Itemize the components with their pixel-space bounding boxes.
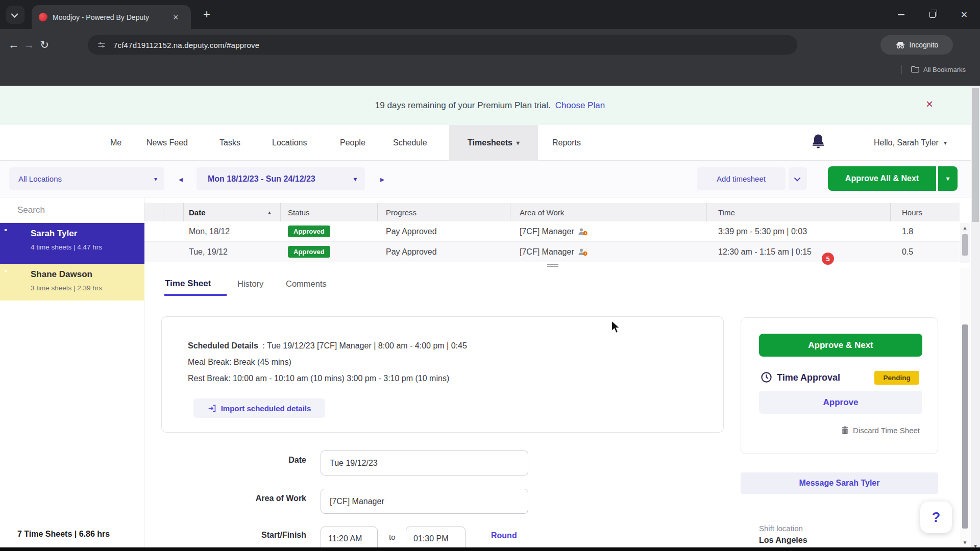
to-label: to bbox=[389, 533, 396, 541]
minimize-icon bbox=[898, 14, 904, 15]
employee-name: Shane Dawson bbox=[31, 269, 92, 280]
reload-button[interactable]: ↻ bbox=[37, 39, 52, 51]
timesheet-row-tue[interactable]: Tue, 19/12 Approved Pay Approved [7CF] M… bbox=[144, 242, 960, 262]
user-menu[interactable]: Hello, Sarah Tyler ▾ bbox=[874, 125, 947, 161]
choose-plan-link[interactable]: Choose Plan bbox=[555, 101, 605, 111]
new-tab-button[interactable]: + bbox=[203, 7, 210, 21]
tab-close-icon[interactable]: × bbox=[173, 13, 179, 22]
filters-toolbar: All Locations ▾ ◂ Mon 18/12/23 - Sun 24/… bbox=[0, 161, 980, 197]
row-area-of-work: [7CF] Manager bbox=[510, 242, 707, 262]
tab-history[interactable]: History bbox=[237, 273, 263, 294]
area-of-work-label: Area of Work bbox=[225, 494, 306, 503]
column-header-date[interactable]: Date ▲ bbox=[184, 203, 281, 221]
window-close-button[interactable]: × bbox=[948, 0, 980, 29]
help-button[interactable]: ? bbox=[920, 502, 952, 533]
clock-icon bbox=[761, 371, 772, 383]
employee-item-shane-dawson[interactable]: Shane Dawson 3 time sheets | 2.39 hrs bbox=[0, 264, 144, 300]
scroll-down-icon[interactable]: ▼ bbox=[960, 540, 970, 545]
prev-week-button[interactable]: ◂ bbox=[173, 171, 189, 187]
app-navbar: Me News Feed Tasks Locations People Sche… bbox=[0, 125, 980, 161]
employee-search-input[interactable]: Search bbox=[0, 197, 144, 223]
column-header-date-label: Date bbox=[189, 208, 206, 217]
import-icon bbox=[208, 404, 216, 413]
column-header-time[interactable]: Time bbox=[707, 203, 891, 221]
row-time: 3:39 pm - 5:30 pm | 0:03 bbox=[707, 221, 891, 241]
nav-item-timesheets[interactable]: Timesheets ▾ bbox=[449, 125, 538, 161]
all-bookmarks-button[interactable]: All Bookmarks bbox=[901, 65, 966, 74]
chevron-down-icon bbox=[11, 11, 18, 18]
approve-button[interactable]: Approve bbox=[759, 391, 922, 414]
incognito-label: Incognito bbox=[910, 41, 939, 49]
tab-search-button[interactable] bbox=[6, 6, 24, 24]
chevron-down-icon: ▾ bbox=[354, 176, 357, 183]
browser-scrollbar[interactable]: ▼ bbox=[971, 86, 980, 551]
notifications-bell-icon[interactable] bbox=[811, 133, 826, 149]
column-header-progress[interactable]: Progress bbox=[378, 203, 510, 221]
message-employee-label: Message Sarah Tyler bbox=[799, 479, 879, 488]
date-field-label: Date bbox=[225, 456, 306, 465]
pane-splitter-handle[interactable] bbox=[547, 264, 558, 267]
message-employee-button[interactable]: Message Sarah Tyler bbox=[741, 472, 938, 494]
approve-and-next-button[interactable]: Approve & Next bbox=[759, 334, 922, 357]
site-favicon-icon bbox=[39, 13, 47, 21]
nav-item-schedule[interactable]: Schedule bbox=[393, 125, 427, 161]
window-minimize-button[interactable] bbox=[885, 0, 917, 29]
url-text: 7cf47d19112152.na.deputy.com/#approve bbox=[113, 41, 259, 49]
nav-item-reports[interactable]: Reports bbox=[552, 125, 581, 161]
browser-tab[interactable]: Moodjoy - Powered By Deputy × bbox=[32, 5, 191, 29]
employee-item-sarah-tyler[interactable]: Sarah Tyler 4 time sheets | 4.47 hrs bbox=[0, 223, 144, 264]
scroll-up-icon[interactable]: ▲ bbox=[960, 225, 970, 231]
next-week-button[interactable]: ▸ bbox=[374, 171, 390, 187]
tab-time-sheet[interactable]: Time Sheet bbox=[165, 273, 211, 294]
date-field-input[interactable]: Tue 19/12/23 bbox=[321, 450, 528, 475]
location-filter-dropdown[interactable]: All Locations ▾ bbox=[9, 167, 164, 190]
column-header-area-of-work[interactable]: Area of Work bbox=[510, 203, 707, 221]
date-range-label: Mon 18/12/23 - Sun 24/12/23 bbox=[208, 174, 315, 184]
scrollbar-thumb[interactable] bbox=[972, 88, 979, 222]
banner-close-icon[interactable]: × bbox=[926, 98, 933, 110]
detail-scrollbar[interactable]: ▼ bbox=[960, 268, 970, 547]
table-scrollbar[interactable]: ▲ bbox=[960, 223, 970, 263]
rest-break-line: Rest Break: 10:00 am - 10:10 am (10 mins… bbox=[188, 374, 449, 383]
bookmarks-bar: All Bookmarks bbox=[0, 61, 980, 86]
approve-all-next-button[interactable]: Approve All & Next bbox=[828, 166, 936, 191]
restore-icon bbox=[929, 12, 936, 18]
round-link[interactable]: Round bbox=[491, 531, 517, 540]
timesheet-row-mon[interactable]: Mon, 18/12 Approved Pay Approved [7CF] M… bbox=[144, 221, 960, 242]
trash-icon bbox=[841, 426, 849, 435]
approve-all-next-label: Approve All & Next bbox=[845, 174, 919, 183]
nav-item-tasks[interactable]: Tasks bbox=[219, 125, 240, 161]
scheduled-details-value: : Tue 19/12/23 [7CF] Manager | 8:00 am -… bbox=[262, 341, 467, 350]
approve-all-dropdown-button[interactable]: ▾ bbox=[938, 166, 958, 191]
pending-status-badge: Pending bbox=[874, 371, 919, 385]
import-scheduled-details-label: Import scheduled details bbox=[221, 404, 311, 413]
mouse-cursor bbox=[610, 320, 622, 334]
back-button[interactable]: ← bbox=[6, 39, 21, 51]
column-header-status[interactable]: Status bbox=[281, 203, 378, 221]
address-bar[interactable]: 7cf47d19112152.na.deputy.com/#approve bbox=[88, 35, 797, 55]
window-restore-button[interactable] bbox=[917, 0, 948, 29]
area-of-work-select[interactable]: [7CF] Manager ▾ bbox=[321, 489, 528, 514]
row-hours: 0.5 bbox=[891, 242, 960, 262]
shift-location-label: Shift location bbox=[759, 524, 803, 533]
nav-item-me[interactable]: Me bbox=[110, 125, 121, 161]
forward-button[interactable]: → bbox=[21, 39, 37, 51]
import-scheduled-details-button[interactable]: Import scheduled details bbox=[193, 398, 325, 418]
nav-item-news-feed[interactable]: News Feed bbox=[146, 125, 188, 161]
screen: Moodjoy - Powered By Deputy × + × ← → ↻ … bbox=[0, 0, 980, 551]
nav-item-people[interactable]: People bbox=[340, 125, 365, 161]
employee-sidebar: Search Sarah Tyler 4 time sheets | 4.47 … bbox=[0, 197, 144, 551]
more-actions-dropdown[interactable] bbox=[789, 167, 807, 190]
site-settings-icon[interactable] bbox=[97, 40, 106, 49]
nav-item-locations[interactable]: Locations bbox=[272, 125, 307, 161]
scrollbar-thumb[interactable] bbox=[962, 324, 968, 529]
tab-comments[interactable]: Comments bbox=[286, 273, 327, 294]
discard-timesheet-button[interactable]: Discard Time Sheet bbox=[841, 426, 920, 435]
incognito-icon bbox=[895, 41, 905, 49]
scrollbar-thumb[interactable] bbox=[962, 234, 968, 256]
scheduled-person-icon bbox=[578, 248, 588, 256]
scheduled-details-card: Scheduled Details : Tue 19/12/23 [7CF] M… bbox=[161, 316, 724, 433]
date-range-dropdown[interactable]: Mon 18/12/23 - Sun 24/12/23 ▾ bbox=[197, 167, 365, 190]
add-timesheet-button[interactable]: Add timesheet bbox=[697, 167, 786, 190]
column-header-hours[interactable]: Hours bbox=[891, 203, 960, 221]
